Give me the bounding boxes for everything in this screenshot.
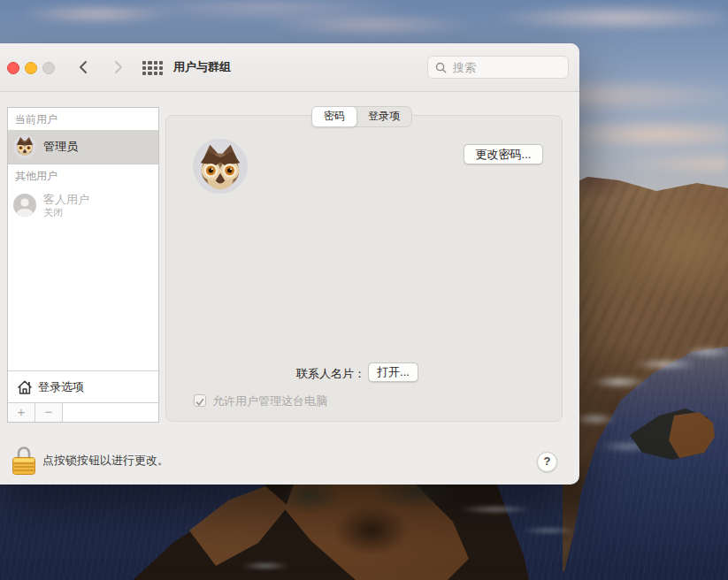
login-options-label: 登录选项 <box>38 371 84 403</box>
tab-bar: 密码 登录项 <box>311 106 412 127</box>
add-user-button[interactable]: + <box>8 403 35 422</box>
chevron-left-icon <box>76 59 92 75</box>
back-button[interactable] <box>76 59 92 75</box>
lock-icon <box>12 446 35 475</box>
help-button[interactable]: ? <box>537 452 557 472</box>
users-groups-window: 用户与群组 当前用户 <box>0 43 579 485</box>
owl-avatar-icon <box>13 135 36 158</box>
search-icon <box>435 62 447 73</box>
lock-hint-text: 点按锁按钮以进行更改。 <box>42 449 169 472</box>
open-contact-card-button[interactable]: 打开... <box>368 362 418 382</box>
lock-button[interactable] <box>12 446 35 475</box>
chevron-right-icon <box>110 59 126 75</box>
change-password-button[interactable]: 更改密码... <box>464 144 543 164</box>
user-list-toolbar: + − <box>8 402 158 422</box>
sidebar-item-guest-user[interactable]: 客人用户 关闭 <box>8 187 158 224</box>
allow-admin-checkbox[interactable] <box>194 394 206 407</box>
current-user-header: 当前用户 <box>8 108 158 130</box>
tab-login-items[interactable]: 登录项 <box>356 107 411 126</box>
close-window-button[interactable] <box>7 62 19 74</box>
home-icon <box>16 378 34 396</box>
owl-avatar-icon <box>193 139 248 194</box>
contact-card-label: 联系人名片： <box>281 366 365 382</box>
search-field[interactable] <box>427 56 569 79</box>
allow-admin-checkbox-label: 允许用户管理这台电脑 <box>212 393 327 409</box>
toolbar: 用户与群组 <box>0 43 579 92</box>
sidebar-item-admin-user[interactable]: 管理员 <box>8 130 158 164</box>
tab-password[interactable]: 密码 <box>311 106 357 127</box>
user-picture[interactable] <box>193 139 248 194</box>
minimize-window-button[interactable] <box>25 62 37 74</box>
sidebar-item-login-options[interactable]: 登录选项 <box>8 370 158 403</box>
person-silhouette-icon <box>13 194 36 217</box>
guest-avatar <box>13 194 36 217</box>
guest-user-status: 关闭 <box>43 206 63 219</box>
search-input[interactable] <box>451 60 552 75</box>
other-users-header: 其他用户 <box>8 164 158 187</box>
zoom-window-button[interactable] <box>42 62 55 74</box>
window-title: 用户与群组 <box>173 43 231 91</box>
user-list-sidebar: 当前用户 管理员 <box>7 107 159 423</box>
screen: 用户与群组 当前用户 <box>0 0 728 580</box>
admin-avatar <box>13 135 36 158</box>
checkmark-icon <box>195 397 205 408</box>
remove-user-button[interactable]: − <box>35 403 63 422</box>
admin-user-name: 管理员 <box>43 130 78 164</box>
forward-button[interactable] <box>110 59 126 75</box>
show-all-preferences-button[interactable] <box>142 61 163 75</box>
